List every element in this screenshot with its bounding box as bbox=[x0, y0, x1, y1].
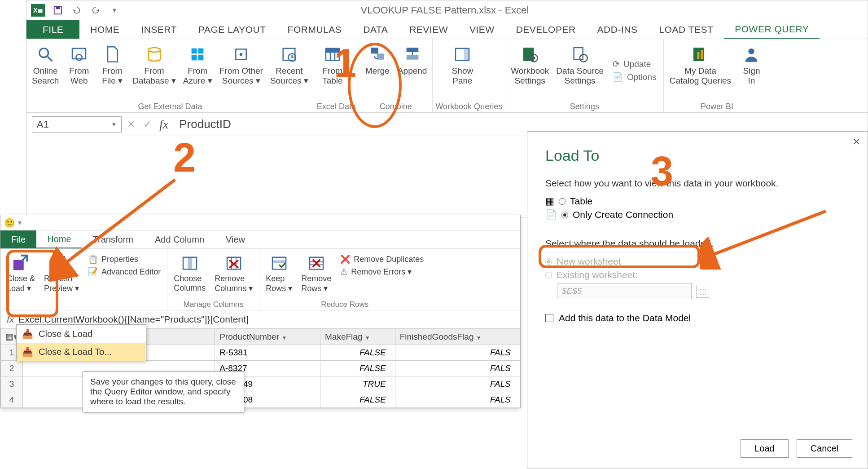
group-get-external: Get External Data bbox=[29, 100, 311, 112]
group-workbook-queries: Workbook Queries bbox=[435, 100, 502, 112]
load-button[interactable]: Load bbox=[741, 439, 789, 458]
show-pane-button[interactable]: Show Pane bbox=[435, 41, 489, 100]
name-box[interactable]: A1▼ bbox=[32, 116, 122, 133]
svg-rect-29 bbox=[574, 48, 583, 60]
svg-rect-9 bbox=[192, 55, 197, 61]
svg-point-30 bbox=[580, 54, 587, 62]
svg-rect-38 bbox=[188, 257, 192, 270]
tab-addins[interactable]: ADD-INS bbox=[587, 20, 649, 39]
data-source-icon bbox=[571, 43, 589, 66]
remove-columns-button[interactable]: Remove Columns ▾ bbox=[212, 251, 255, 295]
qe-tab-file[interactable]: File bbox=[0, 230, 36, 248]
svg-point-2 bbox=[39, 49, 48, 58]
workbook-settings-button[interactable]: Workbook Settings bbox=[508, 41, 552, 100]
svg-rect-23 bbox=[406, 55, 418, 60]
svg-rect-10 bbox=[198, 55, 204, 61]
online-search-label: Online Search bbox=[32, 66, 59, 86]
accept-formula-icon[interactable]: ✓ bbox=[143, 119, 151, 130]
from-other-button[interactable]: From Other Sources ▾ bbox=[217, 41, 266, 100]
smiley-icon[interactable]: 🙂 bbox=[4, 217, 15, 228]
keep-rows-icon bbox=[270, 252, 288, 274]
from-file-button[interactable]: From File ▾ bbox=[96, 41, 128, 100]
ribbon-power-query: Online Search From Web From File ▾ From … bbox=[26, 39, 868, 113]
tab-page-layout[interactable]: PAGE LAYOUT bbox=[188, 20, 277, 39]
recent-icon bbox=[280, 43, 298, 66]
annotation-1-number: 1 bbox=[334, 40, 356, 87]
redo-icon[interactable] bbox=[89, 4, 102, 17]
table-row: 2A-8327FALSEFALS bbox=[1, 361, 520, 376]
tab-insert[interactable]: INSERT bbox=[130, 20, 188, 39]
wb-settings-label: Workbook Settings bbox=[511, 66, 549, 86]
remove-rows-button[interactable]: Remove Rows ▾ bbox=[298, 251, 334, 295]
remove-rows-icon bbox=[307, 252, 325, 274]
close-icon[interactable]: ✕ bbox=[852, 136, 860, 148]
table-row: 33BB Ball BearingBE-2349TRUEFALS bbox=[1, 376, 520, 392]
tab-data[interactable]: DATA bbox=[352, 20, 399, 39]
qat-dropdown-icon[interactable]: ▾ bbox=[108, 4, 121, 17]
from-azure-button[interactable]: From Azure ▾ bbox=[180, 41, 215, 100]
load-to-select1: Select how you want to view this data in… bbox=[545, 178, 850, 189]
svg-rect-25 bbox=[464, 49, 469, 61]
close-load-dropdown: 📥 Close & Load 📥 Close & Load To... bbox=[16, 324, 146, 361]
svg-rect-33 bbox=[701, 50, 703, 59]
show-pane-label: Show Pane bbox=[452, 66, 473, 86]
radio-table[interactable] bbox=[559, 198, 566, 205]
from-database-label: From Database ▾ bbox=[132, 66, 176, 86]
col-finishedgoods[interactable]: FinishedGoodsFlag ▼ bbox=[395, 329, 520, 345]
svg-point-5 bbox=[76, 54, 82, 60]
cancel-formula-icon[interactable]: ✕ bbox=[127, 119, 135, 130]
from-azure-label: From Azure ▾ bbox=[183, 66, 212, 86]
add-to-model-row[interactable]: Add this data to the Data Model bbox=[545, 313, 850, 323]
tab-view[interactable]: VIEW bbox=[459, 20, 505, 39]
checkbox-add-model[interactable] bbox=[545, 314, 553, 322]
database-icon bbox=[145, 43, 163, 66]
data-source-settings-button[interactable]: Data Source Settings bbox=[553, 41, 606, 100]
tab-load-test[interactable]: LOAD TEST bbox=[648, 20, 724, 39]
user-icon bbox=[742, 43, 760, 66]
close-load-item[interactable]: 📥 Close & Load bbox=[17, 325, 146, 343]
options-button[interactable]: 📄Options bbox=[613, 72, 656, 82]
append-label: Append bbox=[398, 66, 427, 76]
opt-table-row[interactable]: ▦ Table bbox=[545, 196, 850, 207]
tab-formulas[interactable]: FORMULAS bbox=[277, 20, 353, 39]
col-makeflag[interactable]: MakeFlag ▼ bbox=[320, 329, 395, 345]
radio-connection[interactable] bbox=[561, 212, 568, 218]
ds-settings-label: Data Source Settings bbox=[556, 66, 604, 86]
tab-power-query[interactable]: POWER QUERY bbox=[724, 20, 820, 39]
load-to-pane: ✕ Load To Select how you want to view th… bbox=[527, 131, 868, 469]
close-load-item-icon: 📥 bbox=[22, 328, 33, 339]
remove-cols-label: Remove Columns ▾ bbox=[215, 274, 253, 293]
workbook-settings-icon bbox=[521, 43, 539, 66]
tab-developer[interactable]: DEVELOPER bbox=[505, 20, 587, 39]
remove-duplicates-button[interactable]: ❌Remove Duplicates bbox=[340, 254, 424, 264]
annotation-3-box bbox=[539, 245, 700, 268]
radio-existing-worksheet bbox=[545, 272, 552, 279]
col-productnumber[interactable]: ProductNumber ▼ bbox=[215, 329, 320, 345]
svg-point-34 bbox=[749, 49, 754, 54]
group-power-bi: Power BI bbox=[666, 100, 767, 112]
save-icon[interactable] bbox=[52, 4, 64, 17]
tab-file[interactable]: FILE bbox=[26, 20, 79, 39]
from-web-button[interactable]: From Web bbox=[63, 41, 95, 100]
cancel-button[interactable]: Cancel bbox=[797, 439, 852, 458]
update-button[interactable]: ⟳Update bbox=[613, 59, 656, 69]
fx-icon[interactable]: fx bbox=[159, 117, 168, 132]
svg-rect-1 bbox=[56, 6, 60, 9]
my-data-label: My Data Catalog Queries bbox=[670, 66, 731, 86]
annotation-3-arrow bbox=[700, 207, 835, 270]
qe-tab-view[interactable]: View bbox=[215, 230, 256, 248]
svg-point-6 bbox=[148, 48, 160, 52]
recent-sources-button[interactable]: Recent Sources ▾ bbox=[267, 41, 311, 100]
keep-rows-button[interactable]: Keep Rows ▾ bbox=[263, 251, 295, 295]
remove-errors-button[interactable]: ⚠Remove Errors ▾ bbox=[340, 267, 424, 277]
from-database-button[interactable]: From Database ▾ bbox=[130, 41, 179, 100]
online-search-button[interactable]: Online Search bbox=[29, 41, 61, 100]
svg-rect-7 bbox=[192, 49, 197, 54]
formula-content[interactable]: ProductID bbox=[168, 117, 231, 131]
tab-home[interactable]: HOME bbox=[79, 20, 130, 39]
my-data-catalog-button[interactable]: My Data Catalog Queries bbox=[666, 41, 734, 100]
tab-review[interactable]: REVIEW bbox=[399, 20, 459, 39]
close-load-to-item[interactable]: 📥 Close & Load To... bbox=[17, 343, 146, 361]
sign-in-button[interactable]: Sign In bbox=[736, 41, 767, 100]
undo-icon[interactable] bbox=[70, 4, 83, 17]
